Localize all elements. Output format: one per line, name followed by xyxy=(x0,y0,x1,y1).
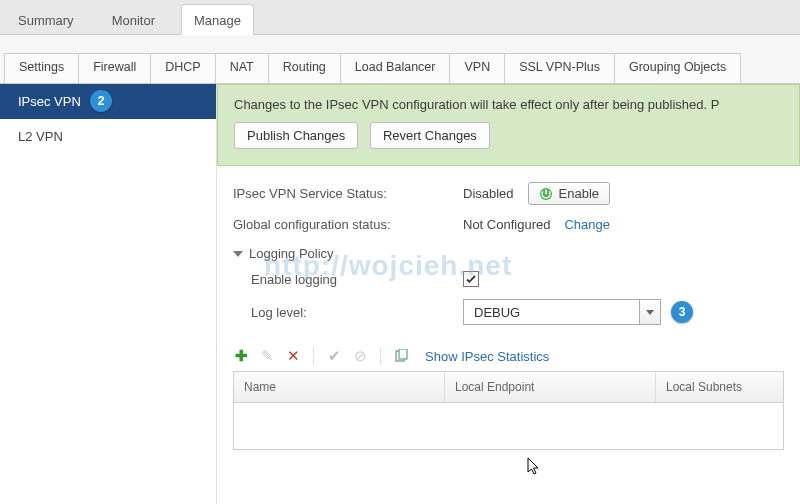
sec-tab-firewall[interactable]: Firewall xyxy=(79,53,151,83)
column-name[interactable]: Name xyxy=(234,372,445,402)
logging-policy-header: Logging Policy xyxy=(249,246,334,261)
sidebar-item-label: IPsec VPN xyxy=(18,94,81,109)
log-level-select[interactable]: DEBUG xyxy=(463,299,661,325)
sec-tab-settings[interactable]: Settings xyxy=(4,53,79,83)
tab-monitor[interactable]: Monitor xyxy=(100,5,167,34)
delete-icon[interactable]: ✕ xyxy=(285,348,301,364)
edit-icon[interactable]: ✎ xyxy=(259,348,275,364)
enable-button-label: Enable xyxy=(559,186,599,201)
svg-rect-3 xyxy=(399,349,407,359)
sec-tab-routing[interactable]: Routing xyxy=(269,53,341,83)
log-level-dropdown-button[interactable] xyxy=(639,300,660,324)
annotation-badge-3: 3 xyxy=(671,301,693,323)
triangle-down-icon xyxy=(233,251,243,257)
copy-icon[interactable] xyxy=(393,348,409,364)
sec-tab-nat[interactable]: NAT xyxy=(216,53,269,83)
tab-manage[interactable]: Manage xyxy=(181,4,254,35)
service-status-label: IPsec VPN Service Status: xyxy=(233,186,463,201)
column-local-endpoint[interactable]: Local Endpoint xyxy=(445,372,656,402)
global-config-label: Global configuration status: xyxy=(233,217,463,232)
global-config-value: Not Configured xyxy=(463,217,550,232)
enable-logging-label: Enable logging xyxy=(251,272,463,287)
caret-down-icon xyxy=(646,310,654,315)
primary-tab-bar: Summary Monitor Manage xyxy=(0,0,800,35)
sec-tab-dhcp[interactable]: DHCP xyxy=(151,53,215,83)
annotation-badge-2: 2 xyxy=(90,90,112,112)
logging-policy-disclosure[interactable]: Logging Policy xyxy=(233,238,784,265)
change-global-config-link[interactable]: Change xyxy=(564,217,610,232)
sidebar-item-label: L2 VPN xyxy=(18,129,63,144)
vpn-sidebar: IPsec VPN 2 L2 VPN xyxy=(0,84,217,504)
sidebar-item-l2-vpn[interactable]: L2 VPN xyxy=(0,119,216,154)
log-level-label: Log level: xyxy=(251,305,463,320)
svg-rect-1 xyxy=(545,189,546,194)
banner-message: Changes to the IPsec VPN configuration w… xyxy=(234,97,783,112)
sec-tab-ssl-vpn-plus[interactable]: SSL VPN-Plus xyxy=(505,53,615,83)
toolbar-divider xyxy=(313,347,314,365)
reject-icon[interactable]: ⊘ xyxy=(352,348,368,364)
ipsec-toolbar: ✚ ✎ ✕ ✔ ⊘ Show IPsec Statistics xyxy=(217,337,800,371)
power-icon xyxy=(539,187,553,201)
pending-changes-banner: Changes to the IPsec VPN configuration w… xyxy=(217,84,800,166)
revert-changes-button[interactable]: Revert Changes xyxy=(370,122,490,149)
content-area: Changes to the IPsec VPN configuration w… xyxy=(217,84,800,504)
table-header: Name Local Endpoint Local Subnets xyxy=(234,372,783,403)
log-level-value: DEBUG xyxy=(464,305,639,320)
tab-summary[interactable]: Summary xyxy=(6,5,86,34)
sec-tab-vpn[interactable]: VPN xyxy=(450,53,505,83)
service-status-value: Disabled xyxy=(463,186,514,201)
publish-changes-button[interactable]: Publish Changes xyxy=(234,122,358,149)
add-icon[interactable]: ✚ xyxy=(233,348,249,364)
secondary-tab-bar: Settings Firewall DHCP NAT Routing Load … xyxy=(0,53,800,84)
sec-tab-load-balancer[interactable]: Load Balancer xyxy=(341,53,451,83)
enable-logging-checkbox[interactable] xyxy=(463,271,479,287)
sidebar-item-ipsec-vpn[interactable]: IPsec VPN 2 xyxy=(0,84,216,119)
show-ipsec-statistics-link[interactable]: Show IPsec Statistics xyxy=(425,349,549,364)
table-body-empty xyxy=(234,403,783,449)
sec-tab-grouping-objects[interactable]: Grouping Objects xyxy=(615,53,741,83)
ipsec-sites-table: Name Local Endpoint Local Subnets xyxy=(233,371,784,450)
toolbar-divider xyxy=(380,347,381,365)
column-local-subnets[interactable]: Local Subnets xyxy=(656,372,783,402)
accept-icon[interactable]: ✔ xyxy=(326,348,342,364)
enable-service-button[interactable]: Enable xyxy=(528,182,610,205)
